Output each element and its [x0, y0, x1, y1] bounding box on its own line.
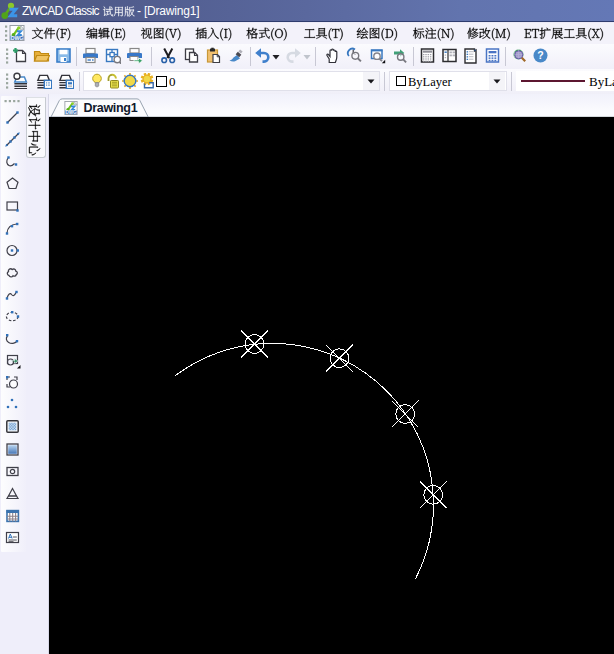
svg-text:?: ? [537, 49, 543, 61]
svg-text:DWG: DWG [65, 110, 77, 115]
